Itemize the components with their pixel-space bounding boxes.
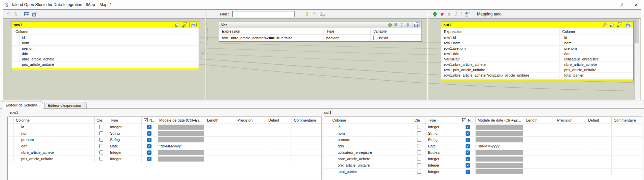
schema-row[interactable]: prenomString✓ — [324, 137, 642, 143]
schema-row[interactable]: nomString✓ — [8, 130, 321, 137]
length-cell[interactable] — [205, 149, 235, 155]
type-cell[interactable]: String — [426, 130, 460, 136]
default-cell[interactable] — [266, 130, 292, 136]
precision-cell[interactable] — [555, 137, 586, 143]
close-button[interactable]: ✕ — [629, 0, 644, 9]
find-input[interactable] — [232, 11, 295, 17]
precision-cell[interactable] — [555, 169, 586, 175]
output-mapping-row[interactable]: row1.nbre_article_achetenbre_article_ach… — [441, 62, 633, 67]
column-name-cell[interactable]: total_panier — [330, 169, 412, 175]
minimize-panel-icon[interactable] — [192, 23, 197, 27]
length-cell[interactable] — [524, 169, 555, 175]
comment-cell[interactable] — [612, 156, 642, 162]
row-selector[interactable] — [8, 143, 14, 149]
move-down-icon[interactable]: ⇩ — [14, 12, 18, 17]
move-up-icon[interactable]: ⇧ — [400, 22, 404, 27]
comment-cell[interactable] — [612, 137, 642, 143]
date-pattern-cell[interactable] — [157, 149, 205, 155]
key-checkbox[interactable] — [417, 157, 421, 161]
schema-row[interactable]: idInteger✓ — [8, 124, 321, 130]
type-cell[interactable]: Integer — [426, 124, 460, 130]
date-pattern-cell[interactable] — [157, 156, 205, 162]
row-selector[interactable] — [324, 124, 330, 130]
output-mapping-row[interactable]: row1.idid — [441, 35, 633, 40]
key-checkbox[interactable] — [417, 131, 421, 135]
nullable-checkbox[interactable]: ✓ — [147, 157, 151, 161]
date-pattern-cell[interactable] — [476, 162, 524, 168]
add-filter-icon[interactable] — [182, 22, 187, 28]
key-checkbox[interactable] — [99, 138, 103, 142]
row-selector[interactable] — [8, 137, 14, 143]
output-mapping-row[interactable]: row1.prenomprenom — [441, 46, 633, 51]
precision-cell[interactable] — [235, 149, 266, 155]
nullable-checkbox[interactable]: ✓ — [466, 150, 470, 155]
column-name-cell[interactable]: prix_article_unitaire — [330, 162, 412, 168]
var-panel-header[interactable]: Var ✖ ⇧ ⇩ — [219, 21, 421, 28]
output-mapping-row[interactable]: row1.nbre_article_achete *row1.prix_arti… — [441, 73, 633, 78]
default-cell[interactable] — [266, 156, 292, 162]
comment-cell[interactable] — [612, 124, 642, 130]
column-name-cell[interactable]: nom — [330, 130, 412, 136]
date-pattern-cell[interactable] — [157, 124, 205, 130]
length-cell[interactable] — [524, 156, 555, 162]
nullable-checkbox[interactable]: ✓ — [147, 150, 151, 155]
scrollbar-thumb[interactable] — [635, 19, 639, 43]
date-pattern-cell[interactable] — [476, 137, 524, 143]
add-variable-icon[interactable] — [388, 23, 392, 27]
add-column-arrow-icon[interactable] — [175, 22, 180, 27]
column-name-cell[interactable]: nbre_article_achete — [14, 149, 95, 155]
schema-row[interactable]: nomString✓ — [324, 130, 642, 137]
nullable-checkbox[interactable]: ✓ — [466, 163, 470, 168]
comment-cell[interactable] — [612, 130, 642, 136]
comment-cell[interactable] — [612, 143, 642, 149]
row1-panel-header[interactable]: row1 — [11, 21, 199, 28]
key-checkbox[interactable] — [99, 150, 103, 154]
wrench-settings-icon[interactable] — [603, 22, 607, 27]
row-selector[interactable] — [8, 149, 14, 155]
nullable-checkbox[interactable]: ✓ — [466, 144, 470, 148]
minimize-panel-icon[interactable] — [626, 23, 631, 27]
length-cell[interactable] — [205, 130, 235, 136]
precision-cell[interactable] — [555, 162, 586, 168]
length-cell[interactable] — [524, 124, 555, 130]
find-next-icon[interactable]: ⇩ — [305, 12, 310, 17]
comment-cell[interactable] — [292, 130, 321, 136]
precision-cell[interactable] — [235, 156, 266, 162]
type-cell[interactable]: Date — [426, 143, 460, 149]
row-selector[interactable] — [8, 124, 14, 130]
date-pattern-cell[interactable] — [476, 169, 524, 175]
nullable-header-checkbox[interactable]: ✓ — [462, 118, 466, 122]
date-pattern-cell[interactable] — [476, 124, 524, 130]
date-pattern-cell[interactable] — [476, 130, 524, 136]
move-up-icon[interactable]: ⇧ — [6, 12, 11, 17]
row-selector[interactable] — [8, 156, 14, 162]
date-pattern-cell[interactable] — [476, 156, 524, 162]
nullable-checkbox[interactable]: ✓ — [147, 144, 151, 148]
minimize-panel-icon[interactable] — [465, 12, 470, 16]
nullable-checkbox[interactable]: ✓ — [147, 131, 151, 136]
output-mapping-row[interactable]: row1.prix_article_unitaireprix_article_u… — [441, 67, 633, 73]
precision-cell[interactable] — [555, 156, 586, 162]
key-checkbox[interactable] — [417, 163, 421, 167]
nullable-header-checkbox[interactable]: ✓ — [144, 118, 148, 122]
precision-cell[interactable] — [235, 143, 266, 149]
comment-cell[interactable] — [292, 156, 321, 162]
input-column-row[interactable]: prix_article_unitaire — [11, 62, 199, 67]
comment-cell[interactable] — [612, 169, 642, 175]
default-cell[interactable] — [586, 169, 612, 175]
nullable-checkbox[interactable]: ✓ — [466, 125, 470, 129]
column-name-cell[interactable]: nom — [14, 130, 95, 136]
key-checkbox[interactable] — [99, 131, 103, 135]
type-cell[interactable]: Boolean — [426, 149, 460, 155]
comment-cell[interactable] — [292, 124, 321, 130]
type-cell[interactable]: String — [426, 137, 460, 143]
precision-cell[interactable] — [555, 130, 586, 136]
row-selector[interactable] — [324, 143, 330, 149]
add-output-icon[interactable] — [433, 12, 437, 16]
default-cell[interactable] — [266, 143, 292, 149]
comment-cell[interactable] — [292, 149, 321, 155]
mapping-auto-label[interactable]: Mapping auto — [477, 12, 502, 16]
nullable-checkbox[interactable]: ✓ — [147, 125, 151, 129]
schema-row[interactable]: ddnDate✓"dd-MM-yyyy" — [324, 143, 642, 149]
column-name-cell[interactable]: prenom — [330, 137, 412, 143]
